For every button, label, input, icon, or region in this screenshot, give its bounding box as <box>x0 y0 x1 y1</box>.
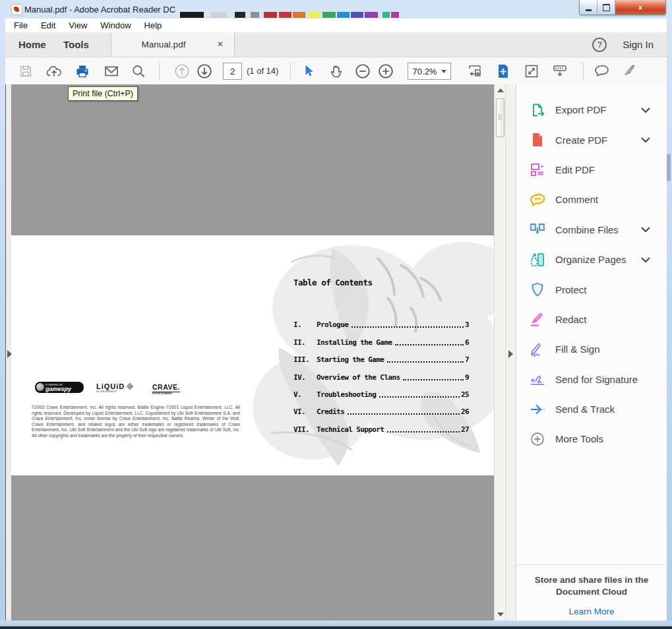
cursor-icon <box>301 64 316 78</box>
zoom-out-button[interactable] <box>353 61 373 81</box>
menu-file[interactable]: File <box>5 20 34 30</box>
hand-icon <box>329 63 345 79</box>
titlebar-artifact-chip <box>251 12 259 18</box>
fit-page-button[interactable] <box>493 61 513 81</box>
tool-label: More Tools <box>555 433 603 444</box>
select-tool-button[interactable] <box>299 61 319 81</box>
email-button[interactable] <box>102 61 121 81</box>
titlebar-artifact-chip <box>264 12 277 18</box>
menu-edit[interactable]: Edit <box>34 20 62 30</box>
menu-help[interactable]: Help <box>138 20 169 30</box>
close-icon: x <box>638 3 642 11</box>
titlebar-artifact-chip <box>235 12 245 18</box>
tab-close-icon[interactable]: ✕ <box>217 40 224 49</box>
tool-label: Redact <box>555 314 587 325</box>
share-button[interactable] <box>44 61 64 81</box>
toc-entry[interactable]: II.Installing the Game6 <box>293 329 469 346</box>
comment-tool-button[interactable] <box>592 61 612 81</box>
close-button[interactable]: x <box>615 0 665 15</box>
tool-protect[interactable]: Protect <box>516 274 667 304</box>
highlighter-icon <box>621 63 638 80</box>
toc-entry[interactable]: IV.Overview of the Clans9 <box>293 364 469 381</box>
zoom-in-button[interactable] <box>376 61 396 81</box>
toc-entry[interactable]: VI.Credits26 <box>293 399 469 416</box>
chevron-down-icon[interactable] <box>640 226 651 233</box>
tool-edit-pdf[interactable]: Edit PDF <box>516 155 667 185</box>
tool-organize-pages[interactable]: Organize Pages <box>516 245 667 274</box>
titlebar-artifacts <box>0 12 672 18</box>
promo-text-line1: Store and share files in the <box>516 574 667 586</box>
export-pdf-icon <box>529 102 546 118</box>
tool-export-pdf[interactable]: Export PDF <box>516 95 667 125</box>
tab-tools[interactable]: Tools <box>63 32 89 57</box>
zoom-out-icon <box>354 63 371 80</box>
window-bottom-border <box>0 620 672 629</box>
chevron-down-icon[interactable] <box>640 107 651 113</box>
tool-label: Send for Signature <box>555 374 638 385</box>
save-button[interactable] <box>16 61 36 81</box>
read-mode-button[interactable] <box>550 61 570 81</box>
tool-more-tools[interactable]: More Tools <box>516 424 667 454</box>
tool-combine-files[interactable]: Combine Files <box>516 215 667 245</box>
help-icon[interactable]: ? <box>592 38 607 52</box>
toc-entry[interactable]: V.Troubleshooting25 <box>293 382 469 399</box>
sign-in-button[interactable]: Sign In <box>623 39 654 50</box>
tool-fill-sign[interactable]: Fill & Sign <box>516 334 667 364</box>
envelope-icon <box>104 63 119 79</box>
titlebar-artifact-chip <box>365 12 378 18</box>
zoom-in-icon <box>377 63 394 80</box>
tool-send-for-signature[interactable]: Send for Signature <box>516 365 667 394</box>
comment-bubble-icon <box>594 63 611 80</box>
tab-home[interactable]: Home <box>18 32 46 57</box>
send-track-icon <box>529 402 546 417</box>
zoom-level-select[interactable]: 70.2% <box>408 63 451 80</box>
toc-entry[interactable]: III.Starting the Game7 <box>293 347 469 364</box>
find-button[interactable] <box>129 61 148 81</box>
scroll-down-icon[interactable] <box>497 613 504 616</box>
print-button[interactable] <box>73 61 92 81</box>
protect-shield-icon <box>529 282 546 297</box>
chevron-down-icon[interactable] <box>640 256 651 263</box>
page-count-label: (1 of 14) <box>247 66 278 76</box>
fit-width-button[interactable] <box>465 61 485 81</box>
tool-label: Comment <box>555 194 598 205</box>
previous-page-button[interactable] <box>172 61 192 81</box>
sidebar-scrollbar-thumb[interactable] <box>667 154 671 181</box>
open-nav-pane-icon[interactable] <box>7 350 12 358</box>
menu-window[interactable]: Window <box>94 20 137 30</box>
toc-entry[interactable]: VII.Technical Support27 <box>293 416 469 433</box>
tab-document[interactable]: Manual.pdf ✕ <box>111 32 235 57</box>
page-number-input[interactable] <box>223 63 242 80</box>
highlight-tool-button[interactable] <box>620 61 640 81</box>
tool-send-track[interactable]: Send & Track <box>516 394 667 424</box>
page-up-icon <box>173 63 191 80</box>
redact-marker-icon <box>529 311 546 327</box>
tool-label: Export PDF <box>555 104 607 115</box>
menu-view[interactable]: View <box>62 20 94 30</box>
combine-files-icon <box>529 222 546 237</box>
scrollbar-thumb[interactable] <box>496 98 504 137</box>
create-pdf-icon <box>529 132 546 148</box>
cloud-upload-icon <box>46 63 62 79</box>
toc-entry[interactable]: I.Prologue3 <box>293 312 469 329</box>
document-canvas[interactable]: Table of Contents I.Prologue3 II.Install… <box>5 84 516 620</box>
vertical-scrollbar[interactable] <box>494 84 506 620</box>
tool-create-pdf[interactable]: Create PDF <box>516 125 667 154</box>
titlebar-artifact-chip <box>322 12 336 18</box>
maximize-button[interactable] <box>597 0 615 15</box>
learn-more-link[interactable]: Learn More <box>568 607 614 616</box>
scroll-up-icon[interactable] <box>497 88 504 92</box>
title-bar[interactable]: Manual.pdf - Adobe Acrobat Reader DC x <box>0 0 672 18</box>
minimize-button[interactable] <box>580 0 597 15</box>
zoom-caret-icon <box>441 70 446 73</box>
collapse-tools-pane-icon[interactable] <box>508 350 513 358</box>
tool-label: Organize Pages <box>555 254 626 265</box>
chevron-down-icon[interactable] <box>640 136 651 143</box>
hand-tool-button[interactable] <box>327 61 347 81</box>
tool-redact[interactable]: Redact <box>516 305 667 334</box>
fit-width-icon <box>466 63 483 80</box>
tab-document-label: Manual.pdf <box>142 40 186 49</box>
tool-comment[interactable]: Comment <box>516 185 667 214</box>
fullscreen-button[interactable] <box>522 61 541 81</box>
next-page-button[interactable] <box>195 61 214 81</box>
